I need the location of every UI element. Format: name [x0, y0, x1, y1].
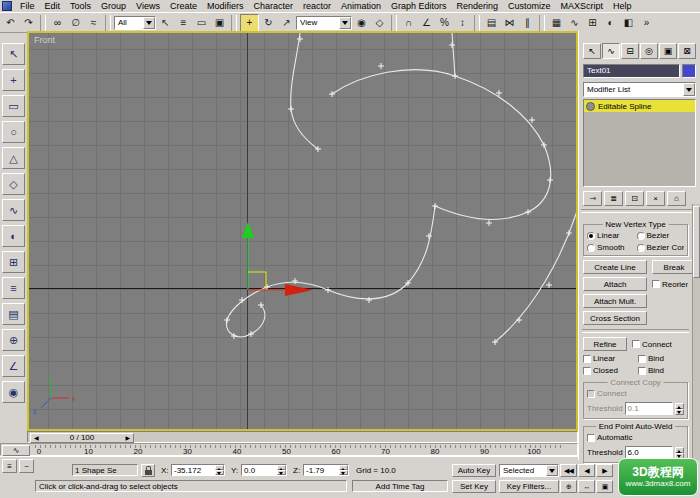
spinner-down-icon[interactable]: [339, 470, 348, 475]
menu-animation[interactable]: Animation: [336, 0, 386, 12]
left-toolbar-button-6[interactable]: ◇: [2, 173, 25, 195]
select-and-move-icon[interactable]: +: [240, 14, 259, 32]
schematic-view-icon[interactable]: ⊞: [584, 15, 601, 31]
left-toolbar-button-3[interactable]: ▭: [2, 95, 25, 117]
bind-to-space-warp-icon[interactable]: ≈: [85, 15, 102, 31]
spline-curve-2[interactable]: [332, 70, 551, 220]
track-bar[interactable]: ∿ 0102030405060708090100: [0, 443, 578, 456]
menu-edit[interactable]: Edit: [40, 0, 66, 12]
maximize-viewport-icon[interactable]: ▣: [596, 480, 613, 493]
menu-help[interactable]: Help: [608, 0, 637, 12]
quick-render-icon[interactable]: »: [638, 15, 655, 31]
configure-modifier-sets-button[interactable]: ⌂: [667, 191, 686, 206]
menu-reactor[interactable]: reactor: [298, 0, 336, 12]
viewport-front[interactable]: x y z Front: [27, 31, 578, 431]
pin-stack-button[interactable]: ⊸: [583, 191, 602, 206]
modifier-stack[interactable]: Editable Spline: [583, 99, 696, 187]
menu-group[interactable]: Group: [96, 0, 131, 12]
spinner-down-icon[interactable]: [277, 470, 286, 475]
spline-vertex[interactable]: [292, 278, 298, 284]
add-time-tag-field[interactable]: Add Time Tag: [352, 480, 448, 492]
left-toolbar-button-14[interactable]: ◉: [2, 381, 25, 403]
percent-snap-icon[interactable]: %: [436, 15, 453, 31]
curve-editor-icon[interactable]: ∿: [566, 15, 583, 31]
spline-vertex[interactable]: [248, 331, 254, 337]
layer-manager-icon[interactable]: ▦: [548, 15, 565, 31]
maxscript-mini-listener-icon[interactable]: ≡: [2, 459, 17, 473]
zoom-icon[interactable]: ⊕: [560, 480, 577, 493]
y-coordinate-field[interactable]: 0.0: [241, 464, 287, 476]
object-color-swatch[interactable]: [682, 64, 696, 78]
left-toolbar-button-7[interactable]: ∿: [2, 199, 25, 221]
spline-vertex[interactable]: [547, 177, 553, 183]
menu-customize[interactable]: Customize: [503, 0, 556, 12]
menu-graph-editors[interactable]: Graph Editors: [386, 0, 452, 12]
radio-smooth[interactable]: Smooth: [587, 243, 635, 252]
attach-button[interactable]: Attach: [583, 277, 647, 291]
use-pivot-point-icon[interactable]: ◉: [353, 15, 370, 31]
time-slider[interactable]: ◀ 0 / 100 ▶: [30, 433, 134, 443]
radio-bezier[interactable]: Bezier: [637, 231, 685, 240]
left-toolbar-button-8[interactable]: ◐: [2, 225, 25, 247]
left-toolbar-button-13[interactable]: ∠: [2, 355, 25, 377]
menu-character[interactable]: Character: [248, 0, 298, 12]
reference-coordinate-system-combo-arrow-icon[interactable]: [339, 17, 351, 29]
set-key-button[interactable]: Set Key: [452, 480, 496, 493]
menu-maxscript[interactable]: MAXScript: [556, 0, 609, 12]
previous-frame-button[interactable]: ◀: [578, 464, 595, 477]
mirror-icon[interactable]: ⋈: [501, 15, 518, 31]
select-and-rotate-icon[interactable]: ↻: [260, 15, 277, 31]
break-button[interactable]: Break: [652, 260, 696, 274]
spline-curve-3[interactable]: [452, 33, 455, 76]
spinner-down-icon[interactable]: [215, 470, 224, 475]
z-coordinate-field[interactable]: -1.79: [303, 464, 349, 476]
radio-bezier-corner[interactable]: Bezier Corner: [637, 243, 685, 252]
gizmo-y-arrow-icon[interactable]: [242, 222, 254, 238]
bind-first-checkbox[interactable]: Bind: [638, 354, 664, 363]
spline-vertex[interactable]: [325, 287, 331, 293]
left-toolbar-button-4[interactable]: ○: [2, 121, 25, 143]
key-filter-combo[interactable]: Selected: [499, 464, 559, 477]
y-spinner[interactable]: [277, 465, 286, 475]
time-slider-prev-icon[interactable]: ◀: [34, 434, 39, 442]
menu-modifiers[interactable]: Modifiers: [202, 0, 249, 12]
spline-vertex[interactable]: [264, 284, 270, 290]
viewport-canvas[interactable]: x y z Front: [29, 33, 576, 429]
reorient-checkbox[interactable]: Reorient: [652, 280, 688, 289]
left-toolbar-button-1[interactable]: ↖: [2, 43, 25, 65]
modifier-stack-item[interactable]: Editable Spline: [584, 100, 695, 112]
tab-modify[interactable]: ∿: [602, 43, 620, 59]
spline-vertex[interactable]: [239, 297, 245, 303]
render-scene-icon[interactable]: ◧: [620, 15, 637, 31]
select-by-name-icon[interactable]: ≡: [175, 15, 192, 31]
spline-vertex[interactable]: [516, 317, 522, 323]
selection-lock-button[interactable]: [141, 464, 155, 477]
time-slider-next-icon[interactable]: ▶: [125, 434, 130, 442]
time-slider-track[interactable]: ◀ 0 / 100 ▶: [27, 431, 578, 443]
snap-toggle-3d-icon[interactable]: ∩: [400, 15, 417, 31]
menu-file[interactable]: File: [15, 0, 40, 12]
attach-mult-button[interactable]: Attach Mult.: [583, 294, 647, 308]
redo-icon[interactable]: ↷: [20, 15, 37, 31]
left-toolbar-button-5[interactable]: △: [2, 147, 25, 169]
create-line-button[interactable]: Create Line: [583, 260, 647, 274]
play-button[interactable]: ▶: [596, 464, 613, 477]
tab-utilities[interactable]: ⊠: [678, 43, 696, 59]
viewport-label[interactable]: Front: [34, 35, 55, 45]
window-crossing-toggle-icon[interactable]: ▣: [211, 15, 228, 31]
macro-recorder-icon[interactable]: ~: [19, 459, 34, 473]
spline-curve-4[interactable]: [227, 206, 435, 337]
modifier-list-dropdown[interactable]: Modifier List: [583, 82, 696, 97]
spline-vertex[interactable]: [529, 117, 535, 123]
left-toolbar-button-2[interactable]: +: [2, 69, 25, 91]
unlink-selection-icon[interactable]: ∅: [67, 15, 84, 31]
align-icon[interactable]: ∥: [519, 15, 536, 31]
panel-scrollbar[interactable]: [692, 204, 700, 460]
object-name-field[interactable]: Text01: [583, 64, 680, 78]
pan-icon[interactable]: ↔: [578, 480, 595, 493]
spline-curve-1[interactable]: [291, 33, 318, 149]
spline-vertex[interactable]: [525, 209, 531, 215]
tab-display[interactable]: ▣: [659, 43, 677, 59]
left-toolbar-button-10[interactable]: ≡: [2, 277, 25, 299]
spline-vertex[interactable]: [486, 220, 492, 226]
